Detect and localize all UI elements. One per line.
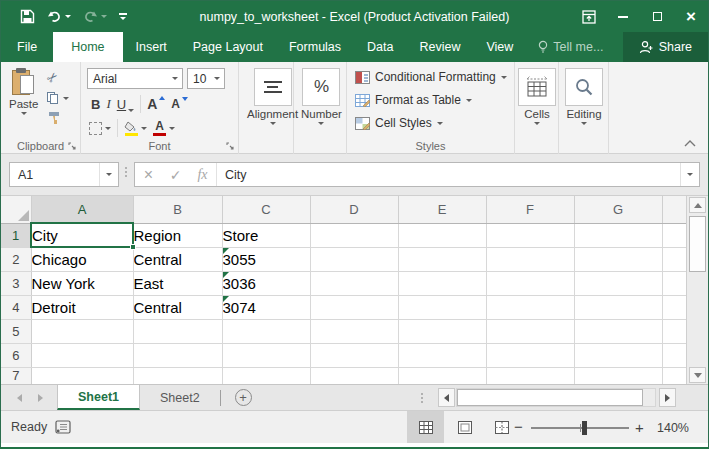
row-header-3[interactable]: 3: [1, 271, 31, 295]
tell-me-box[interactable]: Tell me...: [526, 32, 615, 62]
italic-button[interactable]: I: [106, 96, 110, 112]
cells-button[interactable]: Cells: [518, 68, 556, 125]
zoom-out-icon[interactable]: −: [514, 418, 523, 435]
share-button[interactable]: Share: [623, 32, 708, 62]
cell-B1[interactable]: Region: [133, 223, 222, 247]
conditional-formatting-button[interactable]: Conditional Formatting: [355, 70, 507, 84]
maximize-button[interactable]: [640, 1, 674, 32]
fill-color-button[interactable]: [124, 121, 147, 136]
redo-dropdown-icon[interactable]: [101, 15, 107, 18]
alignment-button[interactable]: Alignment: [247, 68, 298, 125]
tab-file[interactable]: File: [1, 32, 53, 62]
underline-button[interactable]: U: [117, 97, 134, 112]
zoom-slider-handle[interactable]: [582, 421, 587, 435]
column-header-E[interactable]: E: [398, 196, 486, 223]
tab-page-layout[interactable]: Page Layout: [180, 32, 276, 62]
page-layout-view-button[interactable]: [446, 411, 483, 443]
zoom-in-icon[interactable]: +: [635, 419, 644, 436]
cell-B4[interactable]: Central: [133, 295, 222, 319]
bold-button[interactable]: B: [91, 97, 100, 112]
column-header-C[interactable]: C: [222, 196, 310, 223]
scroll-up-icon[interactable]: [689, 197, 706, 213]
undo-button[interactable]: [44, 8, 74, 25]
cell-styles-button[interactable]: Cell Styles: [355, 116, 443, 130]
sheet-tab-sheet2[interactable]: Sheet2: [140, 385, 220, 410]
tab-formulas[interactable]: Formulas: [276, 32, 354, 62]
tab-insert[interactable]: Insert: [123, 32, 180, 62]
redo-button[interactable]: [80, 8, 110, 25]
cell-A3[interactable]: New York: [31, 271, 133, 295]
column-header-F[interactable]: F: [486, 196, 574, 223]
row-header-7[interactable]: 7: [1, 367, 31, 384]
horizontal-scrollbar[interactable]: [456, 388, 656, 407]
expand-formula-bar-icon[interactable]: [681, 173, 699, 176]
copy-dropdown-icon[interactable]: [63, 97, 69, 100]
select-all-corner[interactable]: [1, 196, 31, 223]
close-button[interactable]: ×: [674, 1, 708, 32]
next-sheet-icon[interactable]: [38, 394, 43, 402]
cell-B2[interactable]: Central: [133, 247, 222, 271]
prev-sheet-icon[interactable]: [17, 394, 22, 402]
cancel-icon[interactable]: ×: [135, 166, 162, 184]
column-header-B[interactable]: B: [133, 196, 222, 223]
row-header-5[interactable]: 5: [1, 319, 31, 343]
vertical-scroll-thumb[interactable]: [689, 216, 706, 272]
scroll-right-icon[interactable]: [659, 388, 676, 407]
column-header-G[interactable]: G: [574, 196, 662, 223]
enter-icon[interactable]: ✓: [162, 167, 189, 183]
row-header-2[interactable]: 2: [1, 247, 31, 271]
zoom-slider[interactable]: [531, 427, 629, 429]
cell-C3[interactable]: 3036: [222, 271, 310, 295]
undo-dropdown-icon[interactable]: [65, 15, 71, 18]
paste-dropdown-icon[interactable]: [21, 112, 27, 115]
row-header-6[interactable]: 6: [1, 343, 31, 367]
minimize-button[interactable]: [606, 1, 640, 32]
cell-C1[interactable]: Store: [222, 223, 310, 247]
number-button[interactable]: % Number: [301, 68, 342, 125]
font-color-button[interactable]: A: [153, 121, 175, 136]
row-header-4[interactable]: 4: [1, 295, 31, 319]
cell-B3[interactable]: East: [133, 271, 222, 295]
underline-dropdown-icon[interactable]: [128, 109, 134, 112]
copy-button[interactable]: [47, 92, 69, 104]
formula-bar-resizer[interactable]: [125, 167, 127, 177]
format-as-table-button[interactable]: Format as Table: [355, 93, 472, 107]
editing-button[interactable]: Editing: [565, 68, 603, 125]
save-icon[interactable]: [17, 7, 38, 26]
font-size-combo[interactable]: 10: [187, 68, 225, 89]
tab-data[interactable]: Data: [354, 32, 406, 62]
tab-view[interactable]: View: [473, 32, 526, 62]
font-name-combo[interactable]: Arial: [87, 68, 183, 89]
borders-button[interactable]: [89, 122, 111, 135]
clipboard-dialog-launcher-icon[interactable]: [68, 142, 77, 151]
cell-C4[interactable]: 3074: [222, 295, 310, 319]
grow-font-button[interactable]: A: [147, 96, 165, 112]
scroll-left-icon[interactable]: [438, 388, 455, 407]
cell-A4[interactable]: Detroit: [31, 295, 133, 319]
macro-record-icon[interactable]: [55, 420, 71, 434]
cell-A2[interactable]: Chicago: [31, 247, 133, 271]
tab-scrollbar-splitter[interactable]: [421, 393, 423, 403]
cell-A1[interactable]: City: [31, 223, 133, 247]
tab-review[interactable]: Review: [406, 32, 473, 62]
column-header-A[interactable]: A: [31, 196, 133, 223]
name-box-dropdown-icon[interactable]: [106, 173, 112, 176]
format-painter-icon[interactable]: [47, 111, 61, 124]
cell-C2[interactable]: 3055: [222, 247, 310, 271]
horizontal-scroll-thumb[interactable]: [457, 389, 643, 406]
paste-button[interactable]: Paste: [9, 68, 38, 115]
cut-icon[interactable]: ✂: [43, 68, 61, 86]
tab-home[interactable]: Home: [53, 32, 122, 62]
name-box[interactable]: A1: [9, 162, 119, 187]
formula-input[interactable]: City: [217, 168, 680, 182]
shrink-font-button[interactable]: A: [171, 97, 188, 111]
zoom-level[interactable]: 140%: [657, 421, 689, 435]
normal-view-button[interactable]: [407, 411, 444, 443]
sheet-tab-sheet1[interactable]: Sheet1: [57, 385, 140, 410]
row-header-1[interactable]: 1: [1, 223, 31, 247]
collapse-ribbon-icon[interactable]: [684, 140, 696, 147]
ribbon-display-options-button[interactable]: [572, 1, 606, 32]
new-sheet-button[interactable]: +: [235, 389, 252, 406]
qat-customize-button[interactable]: [116, 11, 130, 22]
insert-function-icon[interactable]: fx: [189, 167, 216, 183]
